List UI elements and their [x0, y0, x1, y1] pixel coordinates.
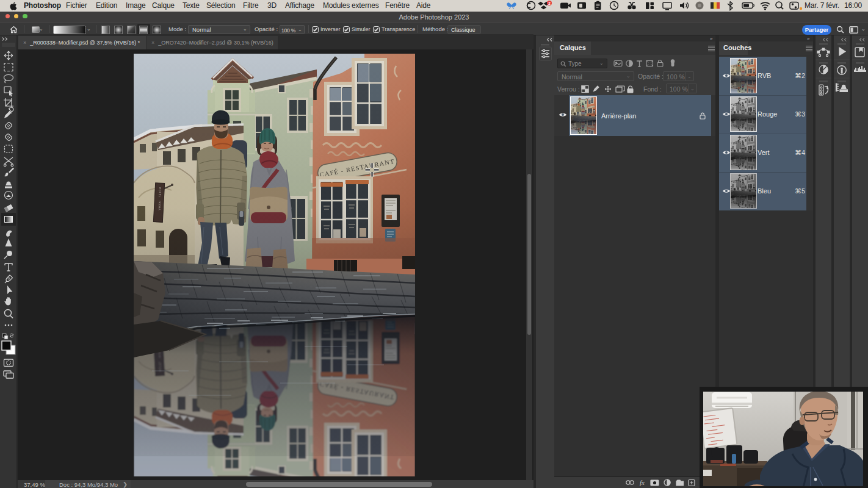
svg-text:fx: fx: [640, 479, 645, 486]
svg-text:2: 2: [548, 1, 551, 5]
